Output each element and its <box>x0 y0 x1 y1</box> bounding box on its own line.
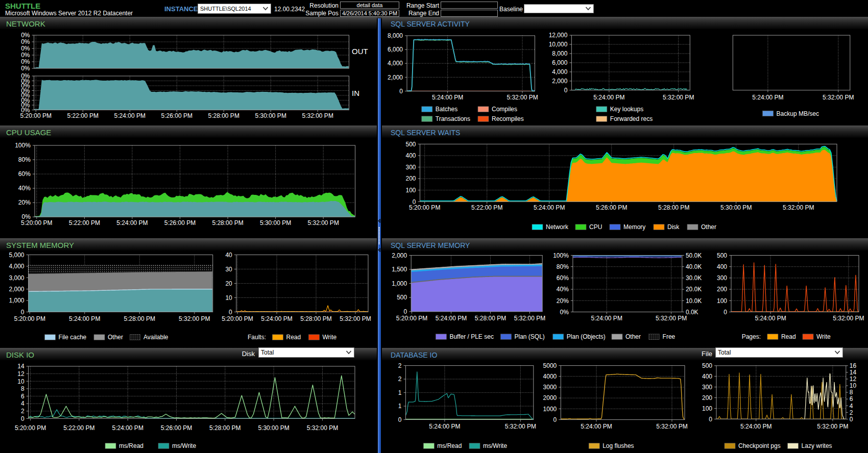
svg-text:12,000: 12,000 <box>549 32 568 39</box>
svg-text:100%: 100% <box>553 252 569 259</box>
svg-text:5:28:00 PM: 5:28:00 PM <box>124 315 155 322</box>
svg-text:8: 8 <box>21 385 25 392</box>
svg-text:5:32:00 PM: 5:32:00 PM <box>514 315 545 322</box>
svg-text:10: 10 <box>850 382 857 389</box>
svg-text:5:26:00 PM: 5:26:00 PM <box>596 204 627 211</box>
svg-text:Buffer / PLE sec: Buffer / PLE sec <box>449 333 494 340</box>
svg-text:Key lookups: Key lookups <box>610 106 643 113</box>
svg-text:40: 40 <box>225 251 232 259</box>
svg-text:Pages:: Pages: <box>742 333 761 340</box>
svg-text:5:32:00 PM: 5:32:00 PM <box>307 424 338 432</box>
svg-text:Transactions: Transactions <box>436 115 470 122</box>
svg-text:20%: 20% <box>557 297 569 305</box>
svg-text:500: 500 <box>405 141 416 148</box>
svg-text:60%: 60% <box>18 170 31 178</box>
svg-text:Lazy writes: Lazy writes <box>802 442 832 449</box>
svg-text:5:32:00 PM: 5:32:00 PM <box>507 94 538 101</box>
svg-text:Batches: Batches <box>436 106 457 113</box>
svg-text:0%: 0% <box>21 65 30 72</box>
svg-text:5:32:00 PM: 5:32:00 PM <box>179 315 210 322</box>
svg-text:5:24:00 PM: 5:24:00 PM <box>591 315 622 322</box>
svg-text:IN: IN <box>352 89 359 97</box>
svg-text:0%: 0% <box>560 309 569 316</box>
svg-text:Plan (SQL): Plan (SQL) <box>515 333 545 340</box>
svg-text:Free: Free <box>663 333 676 340</box>
svg-text:Other: Other <box>108 334 123 341</box>
svg-text:Plan (Objects): Plan (Objects) <box>567 333 606 340</box>
svg-text:8,000: 8,000 <box>388 32 403 39</box>
svg-text:5:26:00 PM: 5:26:00 PM <box>161 424 192 432</box>
svg-text:5:32:00 PM: 5:32:00 PM <box>302 112 333 119</box>
svg-text:1000: 1000 <box>543 406 557 413</box>
svg-text:5:28:00 PM: 5:28:00 PM <box>475 315 506 322</box>
svg-text:1: 1 <box>398 402 402 410</box>
svg-text:5:32:00 PM: 5:32:00 PM <box>656 315 687 322</box>
svg-text:2: 2 <box>21 408 25 415</box>
svg-text:4,000: 4,000 <box>9 263 24 270</box>
svg-text:Checkpoint pgs: Checkpoint pgs <box>738 442 781 449</box>
svg-text:0: 0 <box>398 416 402 423</box>
svg-text:5:24:00 PM: 5:24:00 PM <box>534 204 565 211</box>
svg-text:5:28:00 PM: 5:28:00 PM <box>300 315 331 322</box>
svg-text:5:30:00 PM: 5:30:00 PM <box>258 424 289 432</box>
svg-text:0: 0 <box>229 309 232 316</box>
svg-text:5:22:00 PM: 5:22:00 PM <box>471 204 502 211</box>
svg-text:40.0K: 40.0K <box>686 263 702 270</box>
svg-text:5:20:00 PM: 5:20:00 PM <box>15 424 46 432</box>
svg-text:5:32:00 PM: 5:32:00 PM <box>656 423 687 430</box>
svg-text:10: 10 <box>225 294 232 301</box>
svg-text:Write: Write <box>816 333 831 340</box>
svg-text:5:22:00 PM: 5:22:00 PM <box>67 112 99 119</box>
svg-text:5:30:00 PM: 5:30:00 PM <box>720 204 752 211</box>
svg-text:400: 400 <box>405 152 416 159</box>
svg-text:Available: Available <box>143 334 168 341</box>
svg-text:Forwarded recs: Forwarded recs <box>610 115 653 122</box>
svg-text:0%: 0% <box>21 52 30 59</box>
svg-text:2: 2 <box>398 375 402 383</box>
svg-text:5000: 5000 <box>543 362 557 369</box>
svg-text:0%: 0% <box>21 32 30 39</box>
svg-text:5:28:00 PM: 5:28:00 PM <box>658 204 689 211</box>
svg-text:500: 500 <box>717 252 727 259</box>
svg-text:4,000: 4,000 <box>552 68 567 76</box>
svg-text:0: 0 <box>850 416 853 423</box>
svg-text:5:24:00 PM: 5:24:00 PM <box>114 112 146 119</box>
svg-text:4: 4 <box>21 400 25 407</box>
svg-text:5:32:00 PM: 5:32:00 PM <box>823 94 854 101</box>
svg-text:0: 0 <box>724 309 727 316</box>
svg-text:14: 14 <box>850 369 857 376</box>
svg-text:2,000: 2,000 <box>9 286 24 293</box>
svg-text:5:20:00 PM: 5:20:00 PM <box>20 112 52 119</box>
svg-text:5:20:00 PM: 5:20:00 PM <box>21 219 52 226</box>
svg-text:1,000: 1,000 <box>392 280 407 287</box>
svg-text:100%: 100% <box>15 142 31 149</box>
svg-text:Memory: Memory <box>623 223 645 231</box>
svg-text:0: 0 <box>564 87 568 94</box>
svg-text:ms/Read: ms/Read <box>119 442 143 449</box>
svg-text:Log flushes: Log flushes <box>602 442 634 449</box>
svg-text:0%: 0% <box>21 38 30 45</box>
svg-text:1,500: 1,500 <box>392 266 407 273</box>
svg-text:200: 200 <box>702 394 712 401</box>
svg-text:5:26:00 PM: 5:26:00 PM <box>161 112 192 119</box>
svg-text:Recompiles: Recompiles <box>492 115 524 122</box>
svg-text:5:20:00 PM: 5:20:00 PM <box>14 315 45 322</box>
svg-text:0: 0 <box>709 416 712 423</box>
svg-text:5:20:00 PM: 5:20:00 PM <box>396 315 427 322</box>
svg-text:0: 0 <box>553 416 557 423</box>
svg-text:Other: Other <box>701 223 716 231</box>
svg-text:2,000: 2,000 <box>552 78 567 85</box>
svg-text:ms/Read: ms/Read <box>437 442 462 449</box>
svg-text:300: 300 <box>717 274 727 282</box>
svg-text:8,000: 8,000 <box>552 50 567 57</box>
svg-text:100: 100 <box>702 405 712 412</box>
svg-text:2: 2 <box>850 409 853 416</box>
svg-text:Faults:: Faults: <box>248 334 266 341</box>
svg-text:0: 0 <box>21 309 25 316</box>
svg-text:0: 0 <box>21 415 25 422</box>
svg-text:5:24:00 PM: 5:24:00 PM <box>261 315 292 322</box>
svg-text:80%: 80% <box>557 263 569 270</box>
svg-text:2,000: 2,000 <box>392 252 407 259</box>
svg-text:OUT: OUT <box>352 47 368 56</box>
svg-text:5:32:00 PM: 5:32:00 PM <box>663 94 694 101</box>
